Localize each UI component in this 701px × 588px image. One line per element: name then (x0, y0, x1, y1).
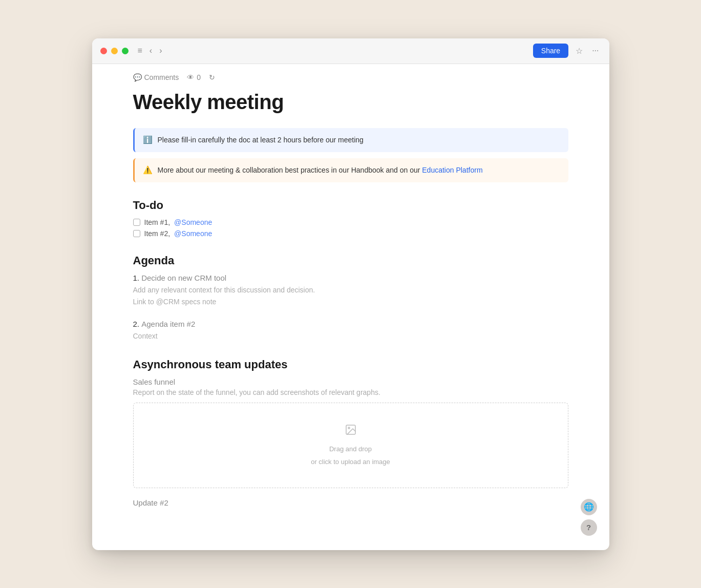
share-button[interactable]: Share (533, 44, 568, 58)
todo-heading: To-do (133, 199, 568, 212)
titlebar-nav-icons: ≡ ‹ › (136, 44, 164, 57)
update-1-description: Report on the state of the funnel, you c… (133, 388, 568, 396)
callout-orange-pre: More about our meeting & collaboration b… (158, 166, 422, 174)
maximize-button[interactable] (122, 48, 129, 54)
update-2: Update #2 (133, 498, 568, 507)
titlebar-right-actions: Share ☆ ··· (533, 44, 601, 58)
agenda-item-2-context: Context (133, 331, 568, 342)
todo-list: Item #1, @Someone Item #2, @Someone (133, 218, 568, 238)
star-icon: ☆ (576, 46, 583, 56)
sidebar-toggle-button[interactable]: ≡ (136, 44, 144, 57)
agenda-item-1: 1. Decide on new CRM tool Add any releva… (133, 274, 568, 307)
doc-toolbar: 💬 Comments 👁 0 ↻ (92, 64, 609, 87)
views-counter: 👁 0 (187, 73, 201, 81)
agenda-item-2: 2. Agenda item #2 Context (133, 320, 568, 342)
nav-forward-button[interactable]: › (157, 44, 164, 57)
doc-content: 💬 Comments 👁 0 ↻ Weekly meeting ℹ️ Pleas… (92, 64, 609, 550)
ellipsis-icon: ··· (592, 46, 599, 55)
update-sales-funnel: Sales funnel Report on the state of the … (133, 377, 568, 488)
minimize-button[interactable] (111, 48, 118, 54)
update-2-name: Update #2 (133, 498, 568, 507)
info-icon: ℹ️ (143, 135, 153, 144)
svg-point-1 (348, 427, 350, 429)
agenda-item-1-link-text[interactable]: Link to @CRM specs note (133, 297, 568, 307)
agenda-item-2-link[interactable]: Agenda item #2 (141, 320, 195, 328)
callout-orange: ⚠️ More about our meeting & collaboratio… (133, 158, 568, 182)
comment-icon: 💬 (133, 73, 142, 81)
update-1-name: Sales funnel (133, 377, 568, 386)
agenda-item-1-context: Add any relevant context for this discus… (133, 285, 568, 296)
todo-checkbox-1[interactable] (133, 219, 140, 226)
more-options-button[interactable]: ··· (590, 44, 601, 57)
dropzone-text-line1: Drag and drop (329, 444, 372, 454)
agenda-item-2-title: 2. Agenda item #2 (133, 320, 568, 328)
sidebar-icon: ≡ (138, 46, 142, 55)
todo-item-2: Item #2, @Someone (133, 229, 568, 238)
education-platform-link[interactable]: Education Platform (422, 166, 482, 174)
sync-icon: ↻ (209, 73, 215, 81)
star-button[interactable]: ☆ (573, 44, 585, 58)
eye-icon: 👁 (187, 73, 194, 81)
callout-blue-text: Please fill-in carefully the doc at leas… (158, 135, 364, 145)
traffic-lights (100, 48, 129, 54)
titlebar: ≡ ‹ › Share ☆ ··· (92, 38, 609, 64)
agenda-item-1-link[interactable]: Decide on new CRM tool (141, 274, 226, 282)
close-button[interactable] (100, 48, 107, 54)
todo-item-1-label: Item #1, (144, 218, 171, 226)
sync-button[interactable]: ↻ (209, 73, 215, 81)
todo-checkbox-2[interactable] (133, 230, 140, 237)
nav-back-button[interactable]: ‹ (147, 44, 154, 57)
agenda-item-2-number: 2. (133, 320, 140, 328)
dropzone-text-line2: or click to upload an image (311, 457, 390, 467)
globe-button[interactable]: 🌐 (581, 499, 597, 515)
help-button[interactable]: ? (581, 519, 597, 536)
chevron-left-icon: ‹ (150, 46, 152, 55)
agenda-heading: Agenda (133, 254, 568, 267)
comments-button[interactable]: 💬 Comments (133, 73, 179, 81)
todo-item-1: Item #1, @Someone (133, 218, 568, 226)
todo-item-1-mention[interactable]: @Someone (174, 218, 212, 226)
todo-item-2-label: Item #2, (144, 229, 171, 238)
callout-blue: ℹ️ Please fill-in carefully the doc at l… (133, 128, 568, 152)
todo-item-2-mention[interactable]: @Someone (174, 229, 212, 238)
agenda-item-1-number: 1. (133, 274, 140, 282)
doc-title: Weekly meeting (133, 91, 568, 114)
chevron-right-icon: › (159, 46, 162, 55)
doc-body: Weekly meeting ℹ️ Please fill-in careful… (92, 87, 609, 530)
floating-buttons: 🌐 ? (581, 499, 597, 536)
agenda-item-1-title: 1. Decide on new CRM tool (133, 274, 568, 282)
comments-label: Comments (144, 73, 179, 81)
warning-icon: ⚠️ (143, 165, 153, 175)
image-upload-icon (345, 424, 357, 439)
callout-orange-text: More about our meeting & collaboration b… (158, 165, 483, 176)
image-dropzone[interactable]: Drag and drop or click to upload an imag… (133, 403, 568, 488)
views-count: 0 (197, 73, 201, 81)
async-updates-heading: Asynchronous team updates (133, 358, 568, 371)
